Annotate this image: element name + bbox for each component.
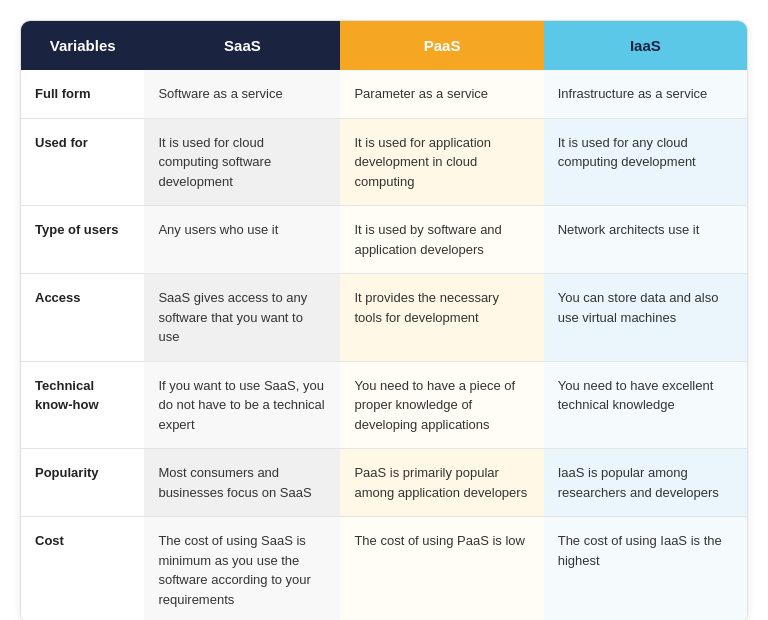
- saas-cell: SaaS gives access to any software that y…: [144, 274, 340, 362]
- saas-cell: It is used for cloud computing software …: [144, 118, 340, 206]
- table-row: Used forIt is used for cloud computing s…: [21, 118, 747, 206]
- iaas-cell: The cost of using IaaS is the highest: [544, 517, 747, 621]
- saas-cell: If you want to use SaaS, you do not have…: [144, 361, 340, 449]
- iaas-cell: Infrastructure as a service: [544, 70, 747, 118]
- saas-cell: The cost of using SaaS is minimum as you…: [144, 517, 340, 621]
- table-row: AccessSaaS gives access to any software …: [21, 274, 747, 362]
- header-iaas: IaaS: [544, 21, 747, 70]
- table-row: PopularityMost consumers and businesses …: [21, 449, 747, 517]
- paas-cell: You need to have a piece of proper knowl…: [340, 361, 543, 449]
- variable-cell: Full form: [21, 70, 144, 118]
- variable-cell: Access: [21, 274, 144, 362]
- table-row: Full formSoftware as a serviceParameter …: [21, 70, 747, 118]
- iaas-cell: It is used for any cloud computing devel…: [544, 118, 747, 206]
- paas-cell: The cost of using PaaS is low: [340, 517, 543, 621]
- paas-cell: It is used by software and application d…: [340, 206, 543, 274]
- variable-cell: Type of users: [21, 206, 144, 274]
- paas-cell: PaaS is primarily popular among applicat…: [340, 449, 543, 517]
- header-paas: PaaS: [340, 21, 543, 70]
- comparison-table: Variables SaaS PaaS IaaS Full formSoftwa…: [20, 20, 748, 620]
- iaas-cell: IaaS is popular among researchers and de…: [544, 449, 747, 517]
- table-row: Technical know-howIf you want to use Saa…: [21, 361, 747, 449]
- table-row: CostThe cost of using SaaS is minimum as…: [21, 517, 747, 621]
- header-variables: Variables: [21, 21, 144, 70]
- saas-cell: Most consumers and businesses focus on S…: [144, 449, 340, 517]
- iaas-cell: You can store data and also use virtual …: [544, 274, 747, 362]
- table-row: Type of usersAny users who use itIt is u…: [21, 206, 747, 274]
- saas-cell: Any users who use it: [144, 206, 340, 274]
- paas-cell: It provides the necessary tools for deve…: [340, 274, 543, 362]
- iaas-cell: Network architects use it: [544, 206, 747, 274]
- variable-cell: Popularity: [21, 449, 144, 517]
- paas-cell: It is used for application development i…: [340, 118, 543, 206]
- variable-cell: Cost: [21, 517, 144, 621]
- saas-cell: Software as a service: [144, 70, 340, 118]
- iaas-cell: You need to have excellent technical kno…: [544, 361, 747, 449]
- header-saas: SaaS: [144, 21, 340, 70]
- variable-cell: Technical know-how: [21, 361, 144, 449]
- variable-cell: Used for: [21, 118, 144, 206]
- paas-cell: Parameter as a service: [340, 70, 543, 118]
